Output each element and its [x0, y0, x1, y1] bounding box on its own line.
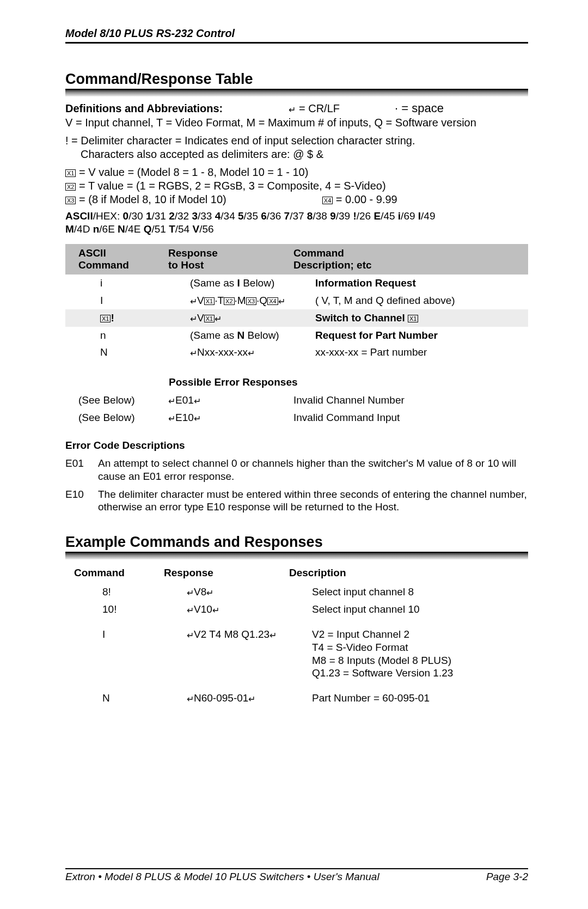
example-header: Command Response Description — [65, 565, 528, 583]
error-row: (See Below)↵E10↵Invalid Command Input — [65, 409, 528, 426]
th-command: Command — [78, 259, 129, 271]
section-rule — [65, 89, 528, 96]
error-code-heading: Error Code Descriptions — [65, 440, 528, 452]
footer-right: Page 3-2 — [486, 871, 528, 883]
space-legend: · = space — [395, 101, 444, 115]
x1-box: X1 — [65, 169, 76, 177]
table-row: X1!↵VX1↵Switch to Channel X1 — [65, 309, 528, 327]
page: Model 8/10 PLUS RS-232 Control Command/R… — [0, 0, 588, 909]
example-table: Command Response Description 8!↵V8↵Selec… — [65, 565, 528, 707]
th-response: Response — [168, 247, 218, 259]
section-title-command-response: Command/Response Table — [65, 71, 528, 88]
th-command2: Command — [293, 247, 344, 259]
ascii-hex-block: ASCII/HEX: 0/30 1/31 2/32 3/33 4/34 5/35… — [65, 210, 528, 236]
th-ascii: ASCII — [78, 247, 106, 259]
def-line-delimiter: ! = Delimiter character = Indicates end … — [65, 134, 528, 148]
table-row: n(Same as N Below)Request for Part Numbe… — [65, 327, 528, 344]
ex-th-desc: Description — [289, 567, 523, 579]
section-title-examples: Example Commands and Responses — [65, 534, 528, 551]
table-row: I↵VX1·TX2·MX3·QX4↵( V, T, M and Q define… — [65, 292, 528, 309]
table-header: ASCII Command Response to Host Command D… — [65, 244, 528, 274]
example-row: N↵N60-095-01↵Part Number = 60-095-01 — [65, 690, 528, 707]
footer: Extron • Model 8 PLUS & Model 10 PLUS Sw… — [65, 868, 528, 883]
def-x3-x4: X3 = (8 if Model 8, 10 if Model 10) X4 =… — [65, 193, 528, 206]
error-subhead: Possible Error Responses — [65, 361, 528, 392]
command-table: ASCII Command Response to Host Command D… — [65, 244, 528, 427]
x3-box: X3 — [65, 197, 76, 204]
crlf-legend: = CR/LF — [296, 102, 340, 114]
def-line-vtm: V = Input channel, T = Video Format, M =… — [65, 116, 528, 130]
definitions-label: Definitions and Abbreviations: — [65, 102, 223, 114]
definitions-block: Definitions and Abbreviations: ↵ = CR/LF… — [65, 101, 528, 116]
th-desc: Description; etc — [293, 259, 372, 271]
def-x1: X1 = V value = (Model 8 = 1 - 8, Model 1… — [65, 166, 528, 179]
error-code-row: E01An attempt to select channel 0 or cha… — [65, 457, 528, 482]
x4-box: X4 — [322, 197, 333, 204]
example-row: I↵V2 T4 M8 Q1.23↵V2 = Input Channel 2T4 … — [65, 626, 528, 682]
footer-left: Extron • Model 8 PLUS & Model 10 PLUS Sw… — [65, 871, 379, 883]
example-row: 10!↵V10↵Select input channel 10 — [65, 601, 528, 618]
section-rule-2 — [65, 552, 528, 559]
example-row: 8!↵V8↵Select input channel 8 — [65, 583, 528, 601]
x2-box: X2 — [65, 183, 76, 191]
def-line-delimiter2: Characters also accepted as delimiters a… — [65, 148, 528, 161]
error-code-row: E10The delimiter character must be enter… — [65, 488, 528, 513]
error-row: (See Below)↵E01↵Invalid Channel Number — [65, 392, 528, 409]
table-row: N↵Nxx-xxx-xx↵xx-xxx-xx = Part number — [65, 344, 528, 361]
running-header: Model 8/10 PLUS RS-232 Control — [65, 27, 528, 42]
ex-th-command: Command — [74, 567, 164, 579]
crlf-icon: ↵ — [289, 105, 296, 115]
def-x2: X2 = T value = (1 = RGBS, 2 = RGsB, 3 = … — [65, 179, 528, 193]
ex-th-response: Response — [164, 567, 289, 579]
header-rule — [65, 42, 528, 44]
table-row: i(Same as I Below)Information Request — [65, 274, 528, 292]
th-tohost: to Host — [168, 259, 204, 271]
